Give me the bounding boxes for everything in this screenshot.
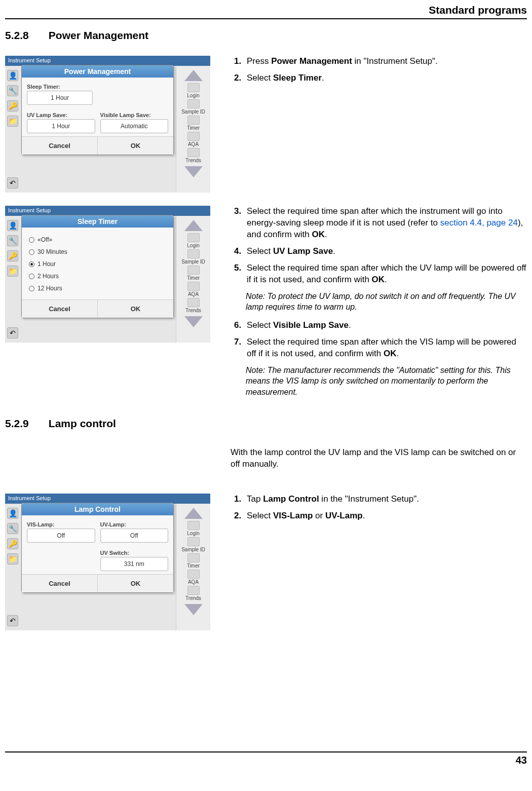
- uv-lamp-save-label: UV Lamp Save:: [27, 112, 95, 118]
- section-title: Lamp control: [49, 418, 116, 429]
- left-toolbar: 👤 🔧 🔑 📁 ↶: [5, 66, 20, 193]
- scroll-up-icon[interactable]: [184, 70, 203, 81]
- tool-icon[interactable]: 🔧: [7, 235, 18, 246]
- scroll-down-icon[interactable]: [184, 604, 203, 615]
- uv-lamp-save-button[interactable]: 1 Hour: [27, 119, 95, 133]
- cancel-button[interactable]: Cancel: [22, 575, 98, 592]
- dialog-title: Lamp Control: [22, 503, 173, 515]
- uv-lamp-button[interactable]: Off: [100, 529, 169, 543]
- vis-lamp-button[interactable]: Off: [27, 529, 95, 543]
- timer-icon[interactable]: [187, 553, 200, 562]
- step-1: Press Power Management in "Instrument Se…: [244, 56, 527, 67]
- tool-icon[interactable]: 🔧: [7, 85, 18, 96]
- step-1: Tap Lamp Control in the "Instrument Setu…: [244, 494, 527, 505]
- sleep-timer-dialog: Sleep Timer «Off»30 Minutes1 Hour2 Hours…: [21, 215, 174, 318]
- cross-reference-link[interactable]: section 4.4, page 24: [440, 218, 518, 228]
- sleep-timer-option[interactable]: 2 Hours: [28, 270, 167, 282]
- right-toolbar: Login Sample ID Timer AQA Trends: [176, 216, 210, 343]
- radio-icon: [29, 249, 34, 255]
- step-list-2b: Select Visible Lamp Save. Select the req…: [231, 320, 527, 360]
- section-number: 5.2.8: [5, 29, 46, 42]
- timer-icon[interactable]: [187, 266, 200, 275]
- step-6: Select Visible Lamp Save.: [244, 320, 527, 331]
- scroll-up-icon[interactable]: [184, 508, 203, 519]
- sample-id-icon[interactable]: [187, 537, 200, 546]
- login-icon[interactable]: [187, 521, 200, 530]
- content-row-3: Instrument Setup 👤 🔧 🔑 📁 ↶ Login Sample …: [5, 494, 527, 630]
- key-icon[interactable]: 🔑: [7, 100, 18, 111]
- folder-icon[interactable]: 📁: [7, 116, 18, 127]
- sample-id-icon[interactable]: [187, 99, 200, 108]
- trends-icon[interactable]: [187, 148, 200, 157]
- uv-switch-button[interactable]: 331 nm: [100, 557, 169, 571]
- folder-icon[interactable]: 📁: [7, 553, 18, 564]
- key-icon[interactable]: 🔑: [7, 250, 18, 261]
- folder-icon[interactable]: 📁: [7, 266, 18, 277]
- document-page: Standard programs 5.2.8 Power Management…: [0, 0, 532, 770]
- left-toolbar: 👤 🔧 🔑 📁 ↶: [5, 504, 20, 630]
- section-title: Power Management: [49, 29, 148, 41]
- section-intro: With the lamp control the UV lamp and th…: [231, 447, 527, 470]
- person-icon[interactable]: 👤: [7, 220, 18, 231]
- undo-icon[interactable]: ↶: [7, 615, 18, 626]
- ok-button[interactable]: OK: [98, 575, 173, 592]
- power-management-dialog: Power Management Sleep Timer: 1 Hour UV …: [21, 65, 174, 155]
- sleep-timer-options: «Off»30 Minutes1 Hour2 Hours12 Hours: [27, 232, 168, 296]
- visible-lamp-save-button[interactable]: Automatic: [100, 119, 169, 133]
- chapter-header: Standard programs: [5, 4, 527, 19]
- scroll-up-icon[interactable]: [184, 220, 203, 231]
- undo-icon[interactable]: ↶: [7, 177, 18, 189]
- sleep-timer-option[interactable]: 30 Minutes: [28, 246, 167, 258]
- content-row-1: Instrument Setup 👤 🔧 🔑 📁 ↶ Login Sample …: [5, 56, 527, 193]
- option-label: 2 Hours: [37, 273, 59, 280]
- step-4: Select UV Lamp Save.: [244, 246, 527, 257]
- trends-icon[interactable]: [187, 298, 200, 307]
- note-2: Note: The manufacturer recommends the "A…: [246, 365, 527, 398]
- right-toolbar: Login Sample ID Timer AQA Trends: [176, 66, 210, 193]
- aqa-icon[interactable]: [187, 132, 200, 141]
- key-icon[interactable]: 🔑: [7, 538, 18, 549]
- timer-icon[interactable]: [187, 116, 200, 125]
- person-icon[interactable]: 👤: [7, 70, 18, 81]
- content-row-2: Instrument Setup 👤 🔧 🔑 📁 ↶ Login Sample …: [5, 206, 527, 404]
- step-2: Select Sleep Timer.: [244, 72, 527, 84]
- dialog-title: Sleep Timer: [22, 215, 173, 228]
- trends-icon[interactable]: [187, 586, 200, 595]
- person-icon[interactable]: 👤: [7, 508, 18, 519]
- radio-icon: [29, 286, 34, 291]
- dialog-title: Power Management: [22, 65, 173, 78]
- radio-icon: [29, 261, 34, 267]
- step-7: Select the required time span after whic…: [244, 336, 527, 360]
- step-5: Select the required time span after whic…: [244, 262, 527, 286]
- option-label: 30 Minutes: [37, 248, 67, 255]
- cancel-button[interactable]: Cancel: [22, 300, 98, 318]
- cancel-button[interactable]: Cancel: [22, 137, 98, 155]
- step-list-1: Press Power Management in "Instrument Se…: [231, 56, 527, 84]
- sleep-timer-option[interactable]: «Off»: [28, 234, 167, 246]
- step-2: Select VIS-Lamp or UV-Lamp.: [244, 510, 527, 522]
- ok-button[interactable]: OK: [98, 137, 173, 155]
- aqa-icon[interactable]: [187, 282, 200, 291]
- login-icon[interactable]: [187, 83, 200, 92]
- step-3: Select the required time span after whic…: [244, 206, 527, 241]
- login-icon[interactable]: [187, 233, 200, 242]
- sample-id-icon[interactable]: [187, 249, 200, 258]
- uv-switch-label: UV Switch:: [100, 550, 169, 556]
- undo-icon[interactable]: ↶: [7, 327, 18, 338]
- sleep-timer-button[interactable]: 1 Hour: [27, 91, 93, 105]
- left-toolbar: 👤 🔧 🔑 📁 ↶: [5, 216, 20, 343]
- right-toolbar: Login Sample ID Timer AQA Trends: [176, 504, 210, 630]
- step-list-2: Select the required time span after whic…: [231, 206, 527, 286]
- lamp-control-dialog: Lamp Control VIS-Lamp: Off UV-Lamp: Off: [21, 503, 174, 593]
- scroll-down-icon[interactable]: [184, 166, 203, 177]
- sleep-timer-option[interactable]: 1 Hour: [28, 258, 167, 270]
- sleep-timer-option[interactable]: 12 Hours: [28, 282, 167, 294]
- bg-title: Instrument Setup: [5, 494, 210, 504]
- scroll-down-icon[interactable]: [184, 316, 203, 327]
- uv-lamp-label: UV-Lamp:: [100, 521, 169, 528]
- intro-row: With the lamp control the UV lamp and th…: [5, 444, 527, 480]
- section-heading-5-2-8: 5.2.8 Power Management: [5, 29, 527, 42]
- aqa-icon[interactable]: [187, 570, 200, 579]
- ok-button[interactable]: OK: [98, 300, 173, 318]
- tool-icon[interactable]: 🔧: [7, 523, 18, 534]
